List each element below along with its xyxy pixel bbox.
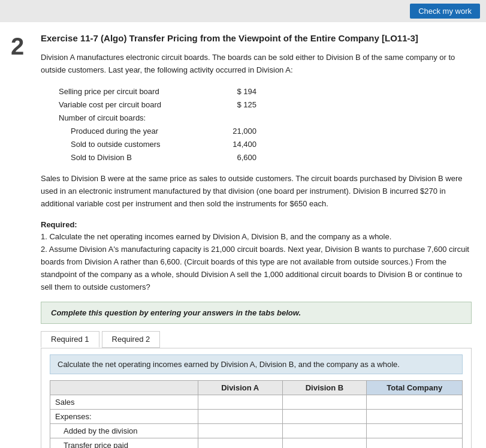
row-expenses-total xyxy=(367,410,463,424)
required-1: 1. Calculate the net operating incomes e… xyxy=(41,231,472,243)
tabs-row: Required 1 Required 2 xyxy=(41,331,472,348)
table-row: Sales xyxy=(50,395,463,410)
row-label-sales: Sales xyxy=(50,395,198,410)
income-table: Division A Division B Total Company Sale… xyxy=(50,380,463,448)
tab-required-2[interactable]: Required 2 xyxy=(102,331,161,348)
complete-box-text: Complete this question by entering your … xyxy=(51,308,301,317)
row-sales-total[interactable] xyxy=(367,395,463,410)
check-my-work-button[interactable]: Check my work xyxy=(410,4,480,19)
data-val-3 xyxy=(215,112,256,125)
tab-description: Calculate the net operating incomes earn… xyxy=(50,354,463,374)
row-added-div-a[interactable] xyxy=(198,424,282,438)
row-sales-div-a[interactable] xyxy=(198,395,282,410)
col-header-div-b: Division B xyxy=(282,381,367,395)
row-added-total[interactable] xyxy=(367,424,463,438)
data-row-4: Produced during the year 21,000 xyxy=(59,125,472,138)
row-transfer-div-b[interactable] xyxy=(282,438,367,448)
table-row: Added by the division xyxy=(50,424,463,438)
row-transfer-total[interactable] xyxy=(367,438,463,448)
data-table: Selling price per circuit board $ 194 Va… xyxy=(59,85,472,165)
tab-required-1[interactable]: Required 1 xyxy=(41,331,99,348)
content-area: Exercise 11-7 (Algo) Transfer Pricing fr… xyxy=(36,22,486,448)
data-label-2: Variable cost per circuit board xyxy=(59,98,215,112)
data-row-3: Number of circuit boards: xyxy=(59,112,472,125)
data-label-1: Selling price per circuit board xyxy=(59,85,215,98)
data-val-5: 14,400 xyxy=(215,138,256,151)
complete-box: Complete this question by entering your … xyxy=(41,302,472,324)
input-transfer-div-a[interactable] xyxy=(230,441,277,448)
top-bar: Check my work xyxy=(0,0,486,22)
description-2: Sales to Division B were at the same pri… xyxy=(41,173,472,210)
row-expenses-div-a xyxy=(198,410,282,424)
required-2: 2. Assume Division A's manufacturing cap… xyxy=(41,243,472,293)
data-row-6: Sold to Division B 6,600 xyxy=(59,151,472,164)
input-transfer-div-b[interactable] xyxy=(313,441,361,448)
input-added-div-b[interactable] xyxy=(313,426,361,435)
tab-content-area: Calculate the net operating incomes earn… xyxy=(41,348,472,448)
col-header-div-a: Division A xyxy=(198,381,282,395)
data-row-1: Selling price per circuit board $ 194 xyxy=(59,85,472,98)
row-label-expenses: Expenses: xyxy=(50,410,198,424)
data-val-4: 21,000 xyxy=(215,125,256,138)
data-val-2: $ 125 xyxy=(215,98,256,112)
data-row-5: Sold to outside customers 14,400 xyxy=(59,138,472,151)
input-sales-div-a[interactable] xyxy=(230,398,277,407)
exercise-title: Exercise 11-7 (Algo) Transfer Pricing fr… xyxy=(41,33,472,43)
data-val-1: $ 194 xyxy=(215,85,256,98)
col-header-label xyxy=(50,381,198,395)
data-label-4: Produced during the year xyxy=(59,125,215,138)
row-expenses-div-b xyxy=(282,410,367,424)
data-label-5: Sold to outside customers xyxy=(59,138,215,151)
input-sales-total[interactable] xyxy=(409,398,457,407)
row-transfer-div-a[interactable] xyxy=(198,438,282,448)
data-label-6: Sold to Division B xyxy=(59,151,215,164)
required-section: Required: 1. Calculate the net operating… xyxy=(41,219,472,294)
row-label-transfer: Transfer price paid xyxy=(50,438,198,448)
row-sales-div-b[interactable] xyxy=(282,395,367,410)
input-added-div-a[interactable] xyxy=(230,426,277,435)
question-number: 2 xyxy=(0,22,36,448)
table-row: Transfer price paid xyxy=(50,438,463,448)
row-label-added: Added by the division xyxy=(50,424,198,438)
data-val-6: 6,600 xyxy=(215,151,256,164)
col-header-total: Total Company xyxy=(367,381,463,395)
table-row: Expenses: xyxy=(50,410,463,424)
input-sales-div-b[interactable] xyxy=(313,398,361,407)
row-added-div-b[interactable] xyxy=(282,424,367,438)
data-label-3: Number of circuit boards: xyxy=(59,112,215,125)
input-transfer-total[interactable] xyxy=(409,441,457,448)
data-row-2: Variable cost per circuit board $ 125 xyxy=(59,98,472,112)
description-1: Division A manufactures electronic circu… xyxy=(41,52,472,77)
table-header-row: Division A Division B Total Company xyxy=(50,381,463,395)
input-added-total[interactable] xyxy=(409,426,457,435)
required-label: Required: xyxy=(41,220,77,229)
page-container: 2 Exercise 11-7 (Algo) Transfer Pricing … xyxy=(0,22,486,448)
